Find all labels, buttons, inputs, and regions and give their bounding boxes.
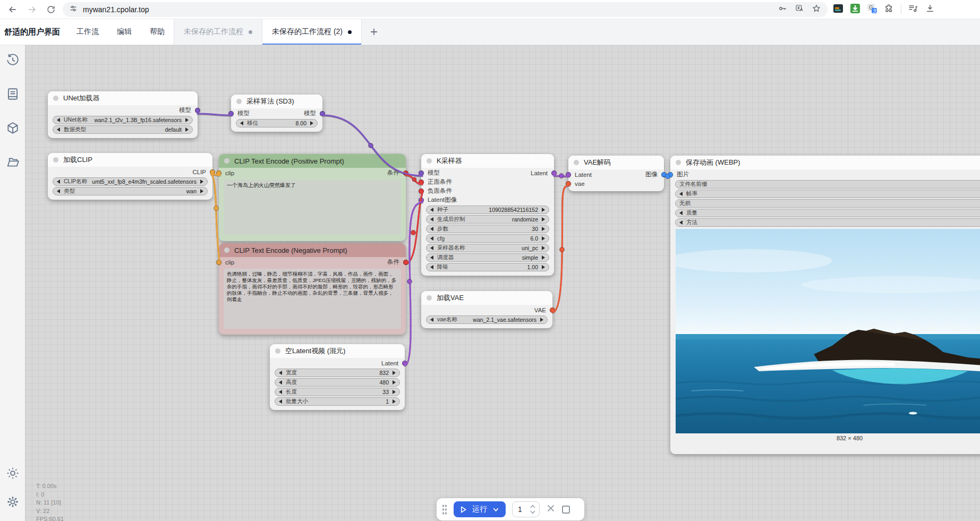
widget-width[interactable]: 宽度 832	[275, 369, 400, 377]
node-library-icon[interactable]	[3, 84, 22, 104]
widget-cfg[interactable]: cfg 6.0	[426, 234, 549, 243]
decrement-icon[interactable]	[279, 390, 282, 394]
menu-workflow[interactable]: 工作流	[67, 19, 108, 45]
collapse-dot[interactable]	[236, 99, 242, 104]
decrement-icon[interactable]	[430, 318, 433, 322]
input-slot-model[interactable]: 模型	[231, 109, 250, 118]
collapse-dot[interactable]	[275, 348, 280, 354]
decrement-icon[interactable]	[679, 192, 683, 196]
node-header[interactable]: 保存动画 (WEBP)	[670, 156, 980, 169]
output-slot-conditioning[interactable]: 条件	[387, 168, 406, 177]
bookmark-star-icon[interactable]	[812, 4, 821, 15]
address-bar[interactable]: mywan21.cpolar.top	[63, 2, 828, 17]
node-model-sampling-sd3[interactable]: 采样算法 (SD3) 模型 模型 移位 8.00	[231, 95, 322, 132]
node-header[interactable]: K采样器	[421, 154, 554, 168]
negative-prompt-textarea[interactable]: 色调艳丽，过曝，静态，细节模糊不清，字幕，风格，作品，画作，画面，静止，整体发灰…	[224, 269, 401, 329]
decrement-icon[interactable]	[679, 220, 683, 225]
back-icon[interactable]	[5, 2, 20, 17]
menu-edit[interactable]: 编辑	[108, 19, 141, 45]
decrement-icon[interactable]	[279, 399, 282, 404]
decrement-icon[interactable]	[57, 118, 60, 122]
workflows-folder-icon[interactable]	[3, 152, 22, 172]
increment-icon[interactable]	[310, 121, 313, 125]
decrement-icon[interactable]	[430, 227, 433, 231]
menu-help[interactable]: 帮助	[141, 19, 174, 45]
output-slot-model[interactable]: 模型	[179, 106, 198, 115]
conditioning-output-dot[interactable]	[403, 260, 408, 265]
node-clip-text-encode-negative[interactable]: CLIP Text Encode (Negative Prompt) clip …	[219, 243, 406, 335]
widget-vae-name[interactable]: vae名称 wan_2.1_vae.safetensors	[426, 315, 548, 324]
widget-fps[interactable]: 帧率	[675, 190, 980, 198]
widget-seed[interactable]: 种子 1090288542116152	[426, 206, 549, 214]
increment-icon[interactable]	[200, 180, 203, 184]
batch-count-input[interactable]: 1	[512, 501, 540, 517]
model-library-icon[interactable]	[3, 118, 22, 138]
theme-toggle-icon[interactable]	[3, 464, 22, 483]
latent-output-dot[interactable]	[402, 361, 407, 366]
increment-icon[interactable]	[185, 127, 189, 132]
image-output-dot[interactable]	[661, 172, 667, 177]
decrement-icon[interactable]	[430, 246, 433, 250]
translate-extension-icon[interactable]: G文	[867, 3, 877, 16]
conditioning-input-dot[interactable]	[419, 180, 424, 185]
decrement-icon[interactable]	[430, 236, 433, 241]
queue-history-icon[interactable]	[3, 50, 22, 70]
decrement-icon[interactable]	[57, 127, 60, 132]
input-slot-clip[interactable]: clip	[219, 168, 234, 177]
output-slot-latent[interactable]: Latent	[381, 358, 405, 368]
widget-shift[interactable]: 移位 8.00	[236, 119, 318, 127]
tab-workflow-1[interactable]: 未保存的工作流程	[174, 19, 262, 45]
input-slot-clip[interactable]: clip	[219, 258, 234, 267]
widget-quality[interactable]: 质量	[675, 209, 980, 217]
vae-input-dot[interactable]	[566, 181, 571, 186]
increment-icon[interactable]	[200, 189, 203, 193]
collapse-dot[interactable]	[224, 247, 229, 253]
output-slot-conditioning[interactable]: 条件	[387, 258, 406, 267]
output-slot-vae[interactable]: VAE	[534, 305, 552, 314]
model-input-dot[interactable]	[228, 111, 234, 116]
extension-dark-icon[interactable]	[833, 3, 843, 16]
decrement-icon[interactable]	[430, 208, 433, 212]
node-clip-text-encode-positive[interactable]: CLIP Text Encode (Positive Prompt) clip …	[219, 154, 406, 241]
increment-icon[interactable]	[542, 255, 545, 260]
increment-icon[interactable]	[393, 371, 396, 375]
translate-page-icon[interactable]	[795, 4, 804, 15]
widget-filename-prefix[interactable]: 文件名前缀	[675, 180, 980, 189]
node-header[interactable]: 加载CLIP	[48, 153, 212, 167]
node-vae-decode[interactable]: VAE解码 Latent 图像 vae	[568, 156, 664, 191]
clip-output-dot[interactable]	[210, 169, 215, 175]
node-header[interactable]: 加载VAE	[421, 291, 552, 305]
node-header[interactable]: 采样算法 (SD3)	[231, 95, 322, 108]
clear-queue-icon[interactable]	[546, 503, 556, 515]
url-text[interactable]: mywan21.cpolar.top	[83, 5, 778, 14]
increment-icon[interactable]	[393, 380, 396, 385]
widget-dtype[interactable]: 数据类型 default	[53, 125, 193, 134]
node-unet-loader[interactable]: UNet加载器 模型 UNet名称 wan2.1_t2v_1.3B_fp16.s…	[48, 91, 198, 138]
image-input-dot[interactable]	[668, 172, 673, 177]
widget-length[interactable]: 长度 33	[275, 388, 400, 396]
output-slot-image[interactable]: 图像	[645, 170, 664, 179]
node-vae-loader[interactable]: 加载VAE VAE vae名称 wan_2.1_vae.safetensors	[421, 291, 552, 328]
latent-input-dot[interactable]	[419, 198, 424, 203]
chevron-down-icon[interactable]	[492, 506, 499, 513]
widget-batch-size[interactable]: 批量大小 1	[275, 397, 400, 406]
collapse-dot[interactable]	[427, 158, 432, 164]
decrement-icon[interactable]	[430, 255, 433, 260]
decrement-icon[interactable]	[279, 380, 282, 385]
widget-denoise[interactable]: 降噪 1.00	[426, 263, 549, 271]
output-slot-clip[interactable]: CLIP	[192, 167, 212, 176]
increment-icon[interactable]	[542, 208, 545, 212]
output-slot-model[interactable]: 模型	[304, 109, 322, 118]
latent-output-dot[interactable]	[551, 170, 557, 176]
increment-icon[interactable]	[542, 217, 545, 221]
increment-icon[interactable]	[393, 399, 396, 404]
collapse-dot[interactable]	[427, 295, 432, 301]
node-empty-latent-video[interactable]: 空Latent视频 (混元) Latent 宽度 832 高度 480 长度 3…	[270, 344, 405, 410]
conditioning-input-dot[interactable]	[419, 189, 424, 194]
increment-icon[interactable]	[542, 236, 545, 241]
forward-icon[interactable]	[24, 2, 39, 17]
decrement-icon[interactable]	[679, 211, 683, 215]
vae-output-dot[interactable]	[550, 308, 555, 313]
increment-icon[interactable]	[185, 118, 189, 122]
node-header[interactable]: VAE解码	[568, 156, 664, 169]
